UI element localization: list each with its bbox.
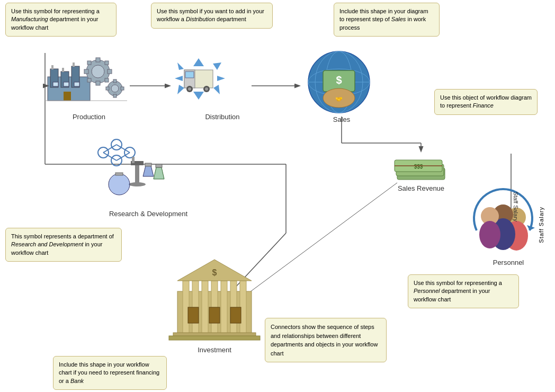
svg-rect-89	[115, 173, 123, 175]
svg-point-57	[326, 51, 352, 113]
svg-text:$: $	[336, 74, 342, 86]
svg-point-58	[315, 51, 363, 113]
svg-rect-18	[53, 82, 58, 86]
svg-rect-49	[184, 70, 195, 88]
svg-point-56	[308, 51, 370, 113]
svg-point-59	[308, 69, 370, 95]
svg-point-33	[108, 81, 122, 96]
svg-point-72	[98, 147, 109, 158]
svg-line-77	[117, 145, 130, 153]
svg-rect-85	[145, 163, 151, 166]
svg-rect-66	[397, 168, 445, 180]
svg-point-74	[124, 147, 135, 158]
svg-point-34	[111, 85, 119, 92]
svg-rect-13	[61, 72, 69, 87]
svg-rect-104	[209, 307, 220, 323]
svg-rect-103	[188, 307, 199, 323]
svg-point-88	[109, 174, 130, 195]
svg-marker-84	[143, 166, 154, 176]
svg-marker-86	[154, 167, 164, 179]
svg-rect-31	[87, 78, 91, 82]
svg-text:Staff Salary: Staff Salary	[513, 192, 519, 222]
svg-rect-28	[108, 69, 112, 74]
svg-point-107	[507, 208, 526, 227]
svg-rect-80	[135, 163, 139, 184]
svg-text:🤝: 🤝	[335, 95, 343, 103]
svg-text:Distribution: Distribution	[205, 113, 239, 121]
tooltip-distribution: Use this symbol if you want to add in yo…	[151, 3, 273, 29]
svg-point-24	[92, 65, 104, 78]
svg-rect-91	[177, 291, 252, 334]
svg-rect-20	[74, 82, 79, 86]
svg-rect-25	[96, 58, 100, 62]
svg-text:Sales: Sales	[333, 115, 351, 123]
svg-marker-43	[213, 85, 220, 94]
svg-point-51	[186, 86, 193, 92]
svg-rect-21	[64, 92, 71, 101]
svg-rect-94	[202, 281, 208, 334]
svg-marker-99	[177, 260, 252, 281]
svg-text:$$$: $$$	[414, 164, 423, 170]
svg-rect-101	[173, 333, 256, 337]
svg-text:Production: Production	[73, 113, 105, 121]
svg-line-78	[117, 153, 130, 161]
svg-rect-12	[50, 69, 58, 87]
svg-rect-93	[192, 281, 199, 334]
svg-rect-30	[105, 61, 109, 65]
svg-rect-11	[48, 77, 90, 101]
tooltip-sales: Include this shape in your diagram to re…	[334, 3, 440, 37]
svg-rect-105	[230, 307, 241, 323]
svg-point-109	[493, 204, 513, 225]
tooltip-manufacturing: Use this symbol for representing a Manuf…	[5, 3, 117, 37]
svg-rect-102	[169, 336, 260, 340]
tooltip-bank: Include this shape in your workflow char…	[53, 356, 167, 390]
svg-rect-96	[221, 281, 227, 334]
svg-rect-98	[240, 281, 246, 334]
svg-rect-87	[156, 164, 162, 167]
svg-point-63	[323, 88, 355, 108]
svg-rect-82	[132, 157, 135, 163]
svg-point-83	[129, 182, 146, 186]
svg-marker-41	[213, 63, 221, 70]
svg-rect-81	[131, 161, 144, 165]
svg-line-79	[103, 153, 117, 161]
svg-point-54	[205, 87, 208, 91]
svg-rect-15	[51, 65, 53, 69]
svg-rect-14	[71, 66, 79, 87]
svg-rect-17	[73, 63, 75, 67]
svg-point-73	[111, 139, 122, 150]
svg-point-23	[86, 60, 110, 83]
svg-marker-40	[193, 58, 204, 66]
svg-text:Personnel: Personnel	[493, 259, 524, 266]
svg-marker-113	[527, 225, 535, 230]
svg-rect-38	[121, 87, 124, 90]
svg-marker-42	[217, 76, 225, 81]
svg-point-53	[203, 86, 210, 92]
svg-point-111	[481, 207, 499, 225]
svg-point-52	[188, 87, 191, 91]
svg-rect-32	[105, 78, 109, 82]
svg-rect-35	[113, 79, 117, 83]
svg-text:$: $	[212, 268, 217, 277]
svg-rect-67	[396, 164, 444, 176]
svg-point-110	[491, 218, 515, 250]
svg-marker-46	[175, 76, 183, 81]
svg-marker-47	[177, 63, 184, 70]
svg-marker-44	[193, 92, 204, 100]
svg-rect-19	[64, 82, 69, 86]
svg-line-9	[212, 233, 286, 313]
svg-rect-27	[84, 69, 88, 74]
svg-rect-50	[185, 72, 194, 78]
svg-rect-37	[106, 87, 109, 90]
svg-rect-95	[211, 281, 218, 334]
svg-rect-36	[113, 94, 117, 97]
svg-rect-97	[230, 281, 237, 334]
svg-rect-29	[87, 61, 91, 65]
svg-rect-92	[183, 281, 189, 334]
tooltip-research: This symbol represents a department of R…	[5, 228, 122, 262]
svg-text:Research & Development: Research & Development	[109, 210, 188, 218]
svg-line-76	[103, 145, 117, 153]
svg-marker-45	[177, 85, 184, 94]
svg-point-108	[505, 221, 528, 251]
svg-point-75	[111, 155, 122, 166]
